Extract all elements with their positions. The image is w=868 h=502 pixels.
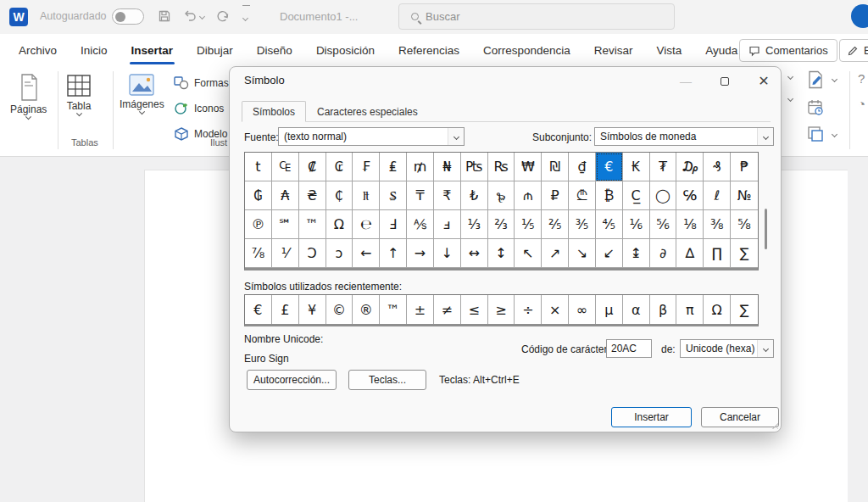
paginas-button[interactable]: Páginas (10, 73, 47, 121)
chevron-down-icon[interactable] (448, 128, 464, 145)
quick-access-options-icon[interactable] (242, 5, 250, 24)
symbol-cell[interactable]: ÷ (515, 295, 542, 324)
symbol-cell[interactable]: ↗ (542, 239, 569, 268)
symbol-cell[interactable]: ⅖ (542, 210, 569, 239)
symbol-cell[interactable]: ∑ (731, 239, 758, 268)
tab-caracteres-especiales[interactable]: Caracteres especiales (306, 101, 429, 122)
symbol-cell[interactable]: Ω (326, 210, 353, 239)
account-avatar[interactable] (851, 4, 868, 28)
symbol-cell[interactable]: ₳ (272, 181, 299, 210)
symbol-cell[interactable]: ₸ (407, 181, 434, 210)
symbol-cell[interactable]: ₽ (542, 181, 569, 210)
formas-button[interactable]: Formas (174, 76, 229, 90)
edit-document-chevron[interactable] (832, 76, 837, 82)
undo-dropdown-chevron[interactable] (199, 14, 205, 20)
comments-button[interactable]: Comentarios (739, 39, 837, 62)
symbol-cell[interactable]: ∑ (731, 295, 758, 324)
symbol-cell[interactable]: ₧ (461, 153, 488, 181)
symbol-cell[interactable]: ← (353, 239, 380, 268)
object-chevron[interactable] (832, 131, 837, 137)
iconos-button[interactable]: Iconos (174, 102, 224, 115)
symbol-cell[interactable]: ⅜ (704, 210, 731, 239)
symbol-cell[interactable]: π (676, 295, 704, 324)
symbol-cell[interactable]: ₥ (407, 153, 434, 181)
symbol-cell[interactable]: × (542, 295, 569, 324)
symbol-cell[interactable]: ® (353, 295, 380, 324)
symbol-cell[interactable]: ₣ (353, 153, 380, 181)
symbol-cell[interactable]: ⅛ (676, 210, 704, 239)
symbol-cell[interactable]: ₻ (488, 181, 515, 210)
symbol-cell[interactable]: ™ (299, 210, 326, 239)
symbol-cell[interactable]: £ (272, 295, 299, 324)
symbol-cell[interactable]: ⅘ (596, 210, 623, 239)
font-combobox[interactable]: (texto normal) (278, 127, 465, 146)
symbol-cell[interactable]: ∂ (650, 239, 677, 268)
symbol-cell[interactable]: µ (596, 295, 623, 324)
symbol-cell[interactable]: ₪ (542, 153, 569, 181)
editing-button[interactable]: E (839, 39, 868, 62)
symbol-cell[interactable]: ∏ (704, 239, 731, 268)
tab-disposicion[interactable]: Disposición (304, 34, 387, 66)
symbol-cell[interactable]: ⅙ (623, 210, 650, 239)
symbol-cell[interactable]: ₤ (380, 153, 407, 181)
symbol-cell[interactable]: ⅎ (434, 210, 461, 239)
tab-simbolos[interactable]: Símbolos (242, 101, 306, 122)
tab-correspondencia[interactable]: Correspondencia (471, 34, 582, 66)
edit-document-button[interactable] (807, 70, 824, 92)
autocorrect-button[interactable]: Autocorrección... (247, 370, 337, 390)
symbol-cell[interactable]: ₯ (676, 153, 704, 181)
symbol-cell[interactable]: ₿ (596, 181, 623, 210)
symbol-cell[interactable]: ⅝ (731, 210, 758, 239)
symbol-cell[interactable]: ₦ (434, 153, 461, 181)
symbol-cell[interactable]: ₱ (731, 153, 758, 181)
symbol-cell[interactable]: ↙ (596, 239, 623, 268)
symbol-cell[interactable]: β (650, 295, 677, 324)
undo-icon[interactable] (183, 9, 198, 23)
tab-dibujar[interactable]: Dibujar (185, 34, 245, 66)
symbol-cell[interactable]: ≥ (488, 295, 515, 324)
tab-vista[interactable]: Vista (645, 34, 694, 66)
symbol-cell[interactable]: → (407, 239, 434, 268)
symbol-cell[interactable]: ℠ (272, 210, 299, 239)
object-button[interactable] (807, 126, 824, 146)
collapsed-group-chevron[interactable] (787, 74, 793, 80)
symbol-cell[interactable]: ⅍ (407, 210, 434, 239)
tab-archivo[interactable]: Archivo (7, 34, 69, 66)
symbol-cell[interactable]: ↄ (326, 239, 353, 268)
symbol-cell[interactable]: ⅔ (488, 210, 515, 239)
symbol-cell[interactable]: ± (407, 295, 434, 324)
symbol-cell[interactable]: ₵ (326, 181, 353, 210)
symbol-cell[interactable]: ∆ (676, 239, 704, 268)
chevron-down-icon[interactable] (757, 340, 773, 357)
symbol-cell[interactable]: ↔ (461, 239, 488, 268)
symbol-cell[interactable]: € (245, 295, 272, 324)
chevron-down-icon[interactable] (757, 128, 773, 145)
symbol-cell[interactable]: ₮ (650, 153, 677, 181)
symbol-cell[interactable]: ₨ (488, 153, 515, 181)
symbol-cell[interactable]: t (245, 153, 272, 181)
symbol-cell[interactable]: ⅚ (650, 210, 677, 239)
symbol-cell[interactable]: ₴ (299, 181, 326, 210)
symbol-cell[interactable]: Ↄ (299, 239, 326, 268)
symbol-cell[interactable]: ₭ (623, 153, 650, 181)
symbol-cell[interactable]: ¥ (299, 295, 326, 324)
symbol-cell[interactable]: ₾ (569, 181, 596, 210)
autosave-toggle[interactable] (112, 8, 144, 25)
symbol-cell[interactable]: ₰ (704, 153, 731, 181)
tab-insertar[interactable]: Insertar (120, 34, 186, 66)
subset-combobox[interactable]: Símbolos de moneda (594, 127, 774, 146)
symbol-cell[interactable]: ₩ (515, 153, 542, 181)
symbol-cell[interactable]: ⅞ (245, 239, 272, 268)
grid-scrollbar[interactable] (765, 209, 767, 249)
close-icon[interactable]: ✕ (745, 67, 782, 95)
symbol-cell[interactable]: € (596, 153, 623, 181)
symbol-cell[interactable]: ℮ (353, 210, 380, 239)
maximize-button[interactable] (706, 67, 743, 95)
tab-revisar[interactable]: Revisar (582, 34, 645, 66)
symbol-cell[interactable]: C̲ (623, 181, 650, 210)
symbol-cell[interactable]: ↓ (434, 239, 461, 268)
symbol-cell[interactable]: ₠ (272, 153, 299, 181)
symbol-cell[interactable]: ↘ (569, 239, 596, 268)
symbol-cell[interactable]: ≠ (434, 295, 461, 324)
symbol-cell[interactable]: ₢ (326, 153, 353, 181)
